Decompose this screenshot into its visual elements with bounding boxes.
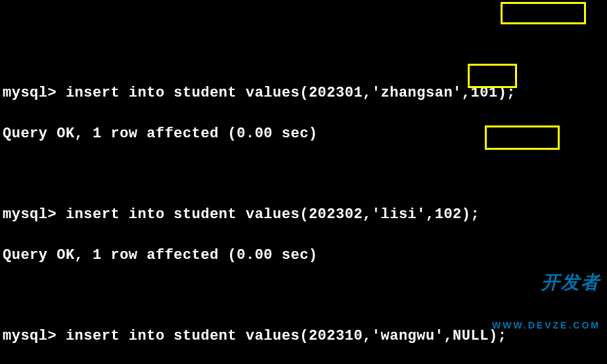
watermark-text-top: 开发者 (492, 273, 600, 292)
terminal-line-cmd1: mysql> insert into student values(202301… (3, 83, 604, 104)
highlight-annotation-1 (501, 2, 586, 24)
mysql-prompt[interactable]: mysql> (3, 206, 66, 223)
blank-line (3, 164, 604, 185)
watermark-text-bottom: WWW.DEVZE.COM (492, 321, 600, 330)
sql-insert-2[interactable]: insert into student values(202302,'lisi'… (66, 206, 480, 223)
mysql-prompt[interactable]: mysql> (3, 85, 66, 101)
sql-insert-3[interactable]: insert into student values(202310,'wangw… (66, 328, 506, 344)
terminal-line-out1: Query OK, 1 row affected (0.00 sec) (3, 124, 604, 145)
terminal-line-cmd2: mysql> insert into student values(202302… (3, 205, 604, 225)
watermark: 开发者 WWW.DEVZE.COM (492, 244, 600, 344)
mysql-prompt[interactable]: mysql> (3, 328, 66, 344)
sql-insert-1[interactable]: insert into student values(202301,'zhang… (66, 85, 516, 101)
